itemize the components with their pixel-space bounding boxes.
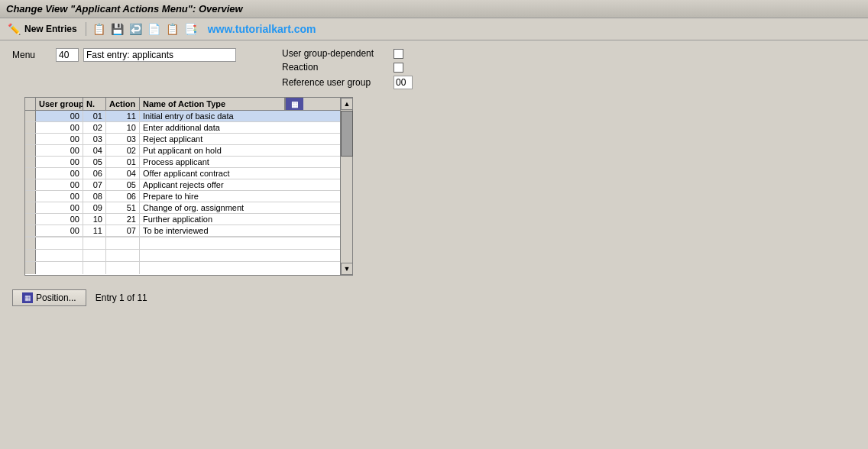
row-selector[interactable] — [25, 145, 36, 156]
name-cell: To be interviewed — [140, 225, 285, 236]
row-selector[interactable] — [25, 191, 36, 202]
row-selector[interactable] — [25, 134, 36, 144]
user-group-cell: 00 — [36, 191, 83, 202]
toolbar-separator — [86, 22, 86, 36]
n-header: N. — [83, 98, 106, 110]
n-cell: 04 — [83, 145, 106, 156]
reaction-checkbox[interactable] — [394, 63, 403, 73]
undo-icon[interactable]: ↩️ — [128, 21, 144, 37]
table-row[interactable]: 00 08 06 Prepare to hire — [25, 191, 340, 202]
name-cell: Put applicant on hold — [140, 145, 285, 156]
name-cell: Process applicant — [140, 157, 285, 167]
n-cell: 07 — [83, 179, 106, 190]
table-row[interactable]: 00 06 04 Offer applicant contract — [25, 168, 340, 179]
row-selector[interactable] — [25, 179, 36, 190]
position-button[interactable]: ▦ Position... — [12, 289, 86, 306]
reference-user-group-input[interactable] — [394, 76, 413, 89]
name-cell: Reject applicant — [140, 134, 285, 144]
action-cell: 05 — [106, 179, 140, 190]
action-cell: 02 — [106, 145, 140, 156]
bottom-bar: ▦ Position... Entry 1 of 11 — [0, 283, 868, 312]
selector-header — [25, 98, 36, 110]
table-row[interactable]: 00 10 21 Further application — [25, 214, 340, 225]
n-cell: 09 — [83, 202, 106, 213]
user-group-cell: 00 — [36, 179, 83, 190]
user-group-cell: 00 — [36, 225, 83, 236]
new-entries-label[interactable]: New Entries — [24, 24, 77, 34]
table-row[interactable]: 00 01 11 Initial entry of basic data — [25, 111, 340, 122]
n-cell: 02 — [83, 122, 106, 133]
name-cell: Applicant rejects offer — [140, 179, 285, 190]
user-group-header: User group — [36, 98, 83, 110]
table-row[interactable]: 00 04 02 Put applicant on hold — [25, 145, 340, 157]
action-cell: 03 — [106, 134, 140, 144]
action-cell: 06 — [106, 191, 140, 202]
title-bar: Change View "Applicant Actions Menu": Ov… — [0, 0, 868, 18]
n-cell: 05 — [83, 157, 106, 167]
doc2-icon[interactable]: 📋 — [165, 21, 180, 37]
save-icon[interactable]: 💾 — [110, 21, 125, 37]
name-cell: Further application — [140, 214, 285, 224]
user-group-cell: 00 — [36, 111, 83, 121]
table-body: 00 01 11 Initial entry of basic data 00 … — [25, 111, 340, 237]
name-cell: Initial entry of basic data — [140, 111, 285, 121]
table-row[interactable]: 00 11 07 To be interviewed — [25, 225, 340, 237]
copy-icon[interactable]: 📋 — [92, 21, 107, 37]
reaction-label: Reaction — [282, 62, 389, 73]
row-selector[interactable] — [25, 111, 36, 121]
n-cell: 03 — [83, 134, 106, 144]
table-row[interactable]: 00 07 05 Applicant rejects offer — [25, 179, 340, 191]
scroll-up-button[interactable]: ▲ — [341, 98, 353, 110]
user-group-dependent-checkbox[interactable] — [394, 49, 403, 59]
edit-icon[interactable]: ✏️ — [6, 21, 21, 37]
name-cell: Prepare to hire — [140, 191, 285, 202]
doc3-icon[interactable]: 📑 — [183, 21, 199, 37]
name-cell: Enter additional data — [140, 122, 285, 133]
row-selector[interactable] — [25, 157, 36, 167]
menu-number-input[interactable] — [56, 48, 79, 62]
name-header: Name of Action Type — [140, 98, 285, 110]
watermark: www.tutorialkart.com — [208, 23, 316, 35]
user-group-cell: 00 — [36, 145, 83, 156]
user-group-cell: 00 — [36, 202, 83, 213]
n-cell: 10 — [83, 214, 106, 224]
reference-user-group-label: Reference user group — [282, 77, 389, 88]
user-group-cell: 00 — [36, 122, 83, 133]
action-header: Action — [106, 98, 140, 110]
row-selector[interactable] — [25, 122, 36, 133]
action-cell: 07 — [106, 225, 140, 236]
table-row[interactable]: 00 02 10 Enter additional data — [25, 122, 340, 134]
position-icon: ▦ — [22, 292, 33, 303]
vertical-scrollbar[interactable]: ▲ ▼ — [340, 98, 352, 275]
grid-icon[interactable]: ▦ — [285, 98, 303, 110]
name-cell: Change of org. assignment — [140, 202, 285, 213]
doc1-icon[interactable]: 📄 — [147, 21, 162, 37]
row-selector[interactable] — [25, 225, 36, 236]
action-cell: 21 — [106, 214, 140, 224]
table-row[interactable]: 00 09 51 Change of org. assignment — [25, 202, 340, 214]
action-cell: 10 — [106, 122, 140, 133]
table-header: User group N. Action Name of Action Type… — [25, 98, 340, 111]
user-group-cell: 00 — [36, 214, 83, 224]
entry-info: Entry 1 of 11 — [96, 292, 147, 303]
user-group-cell: 00 — [36, 157, 83, 167]
user-group-cell: 00 — [36, 168, 83, 179]
row-selector[interactable] — [25, 202, 36, 213]
n-cell: 01 — [83, 111, 106, 121]
n-cell: 06 — [83, 168, 106, 179]
n-cell: 08 — [83, 191, 106, 202]
data-table: User group N. Action Name of Action Type… — [24, 97, 353, 276]
scroll-down-button[interactable]: ▼ — [341, 263, 353, 275]
action-cell: 51 — [106, 202, 140, 213]
table-row[interactable]: 00 05 01 Process applicant — [25, 157, 340, 168]
table-row[interactable]: 00 03 03 Reject applicant — [25, 134, 340, 145]
toolbar: ✏️ New Entries 📋 💾 ↩️ 📄 📋 📑 www.tutorial… — [0, 18, 868, 40]
user-group-dependent-label: User group-dependent — [282, 48, 389, 59]
menu-text-input[interactable] — [83, 48, 236, 62]
scroll-thumb[interactable] — [341, 111, 353, 157]
name-cell: Offer applicant contract — [140, 168, 285, 179]
action-cell: 11 — [106, 111, 140, 121]
n-cell: 11 — [83, 225, 106, 236]
row-selector[interactable] — [25, 168, 36, 179]
row-selector[interactable] — [25, 214, 36, 224]
